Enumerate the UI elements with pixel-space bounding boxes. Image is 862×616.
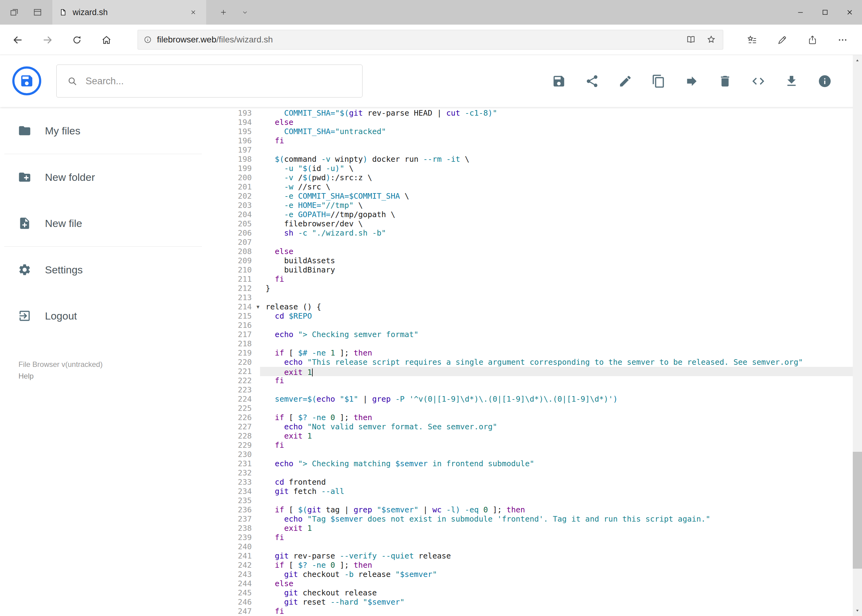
code-line-text[interactable] <box>260 450 853 459</box>
set-tabs-aside-button[interactable] <box>2 0 26 25</box>
code-line-text[interactable]: filebrowser/dev \ <box>260 219 853 228</box>
sidebar-item-new-folder[interactable]: New folder <box>0 154 216 200</box>
help-link[interactable]: Help <box>19 370 216 382</box>
code-line-text[interactable]: fi <box>260 607 853 616</box>
line-number: 198 <box>216 155 260 164</box>
code-line-text[interactable] <box>260 293 853 302</box>
forward-button[interactable] <box>33 25 62 55</box>
code-line-text[interactable]: COMMIT_SHA="untracked" <box>260 127 853 136</box>
code-line-text[interactable]: echo "> Checking matching $semver in fro… <box>260 459 853 468</box>
code-line-text[interactable]: echo "This release script requires a sin… <box>260 358 853 367</box>
code-line-text[interactable]: -e GOPATH=//tmp/gopath \ <box>260 210 853 219</box>
search-box[interactable] <box>56 64 362 97</box>
code-line-text[interactable]: if [ $? -ne 0 ]; then <box>260 561 853 570</box>
code-line-text[interactable]: exit 1 <box>260 367 853 376</box>
browser-tab[interactable]: wizard.sh <box>52 0 206 25</box>
code-line-text[interactable]: echo "Tag $semver does not exist in subm… <box>260 514 853 524</box>
code-line-text[interactable]: exit 1 <box>260 432 853 441</box>
code-line-text[interactable]: git rev-parse --verify --quiet release <box>260 552 853 561</box>
code-line-text[interactable]: } <box>260 284 853 293</box>
sidebar-item-new-file[interactable]: New file <box>0 200 216 246</box>
move-button[interactable] <box>685 74 699 88</box>
code-button[interactable] <box>751 74 765 88</box>
hub-button[interactable] <box>737 25 767 55</box>
site-info-icon[interactable] <box>143 35 152 44</box>
code-line-text[interactable] <box>260 238 853 247</box>
code-line-text[interactable]: fi <box>260 441 853 450</box>
favorite-button[interactable] <box>706 35 716 45</box>
code-line-text[interactable] <box>260 146 853 155</box>
code-line-text[interactable]: fi <box>260 533 853 542</box>
code-line-text[interactable] <box>260 404 853 413</box>
tab-previews-button[interactable] <box>26 0 49 25</box>
scrollbar[interactable] <box>853 55 862 616</box>
code-line-text[interactable]: git fetch --all <box>260 487 853 496</box>
scrollbar-thumb[interactable] <box>853 452 862 569</box>
code-line-text[interactable]: fi <box>260 275 853 284</box>
code-line-text[interactable]: if [ $(git tag | grep "$semver" | wc -l)… <box>260 505 853 514</box>
scroll-down-button[interactable] <box>853 605 862 616</box>
save-button[interactable] <box>552 74 566 88</box>
sidebar-item-settings[interactable]: Settings <box>0 247 216 293</box>
code-line-text[interactable]: $(command -v winpty) docker run --rm -it… <box>260 155 853 164</box>
code-line-text[interactable]: else <box>260 247 853 256</box>
code-line-text[interactable]: else <box>260 579 853 588</box>
code-line-text[interactable]: echo "Not valid semver format. See semve… <box>260 422 853 432</box>
home-button[interactable] <box>92 25 121 55</box>
scroll-up-button[interactable] <box>853 55 862 66</box>
copy-button[interactable] <box>651 74 666 88</box>
close-window-button[interactable] <box>837 0 862 25</box>
code-line-text[interactable]: -v /$(pwd):/src:z \ <box>260 173 853 182</box>
code-line-text[interactable] <box>260 339 853 349</box>
info-button[interactable] <box>818 74 832 88</box>
maximize-button[interactable] <box>813 0 837 25</box>
code-line-text[interactable]: sh -c "./wizard.sh -b" <box>260 228 853 238</box>
edit-button[interactable] <box>618 74 632 88</box>
minimize-button[interactable] <box>788 0 813 25</box>
delete-button[interactable] <box>718 74 732 88</box>
code-line-text[interactable]: if [ $# -ne 1 ]; then <box>260 349 853 358</box>
fold-marker-icon[interactable]: ▾ <box>256 302 259 311</box>
code-line-text[interactable]: else <box>260 118 853 127</box>
search-input[interactable] <box>85 75 362 87</box>
code-line-text[interactable] <box>260 468 853 478</box>
code-line-text[interactable]: cd $REPO <box>260 311 853 321</box>
code-line-text[interactable] <box>260 321 853 330</box>
web-note-button[interactable] <box>767 25 797 55</box>
code-line-text[interactable]: semver=$(echo "$1" | grep -P '^v(0|[1-9]… <box>260 394 853 404</box>
code-line-text[interactable]: git reset --hard "$semver" <box>260 597 853 607</box>
code-line-text[interactable]: release () { <box>260 302 853 311</box>
reading-view-button[interactable] <box>686 35 696 45</box>
refresh-button[interactable] <box>62 25 92 55</box>
code-line-text[interactable]: fi <box>260 136 853 146</box>
code-line-text[interactable] <box>260 385 853 394</box>
share-page-button[interactable] <box>797 25 827 55</box>
code-line-text[interactable]: git checkout -b release "$semver" <box>260 570 853 579</box>
code-line-text[interactable]: echo "> Checking semver format" <box>260 330 853 339</box>
new-tab-button[interactable] <box>212 0 235 25</box>
code-line-text[interactable]: -e COMMIT_SHA=$COMMIT_SHA \ <box>260 192 853 201</box>
code-editor[interactable]: 193 COMMIT_SHA="$(git rev-parse HEAD | c… <box>216 107 853 616</box>
code-line-text[interactable]: -u "$(id -u)" \ <box>260 164 853 173</box>
close-tab-button[interactable] <box>187 6 199 19</box>
code-line-text[interactable]: buildAssets <box>260 256 853 266</box>
more-options-button[interactable] <box>827 25 858 55</box>
code-line-text[interactable]: fi <box>260 376 853 385</box>
code-line-text[interactable] <box>260 496 853 505</box>
address-bar[interactable]: filebrowser.web/files/wizard.sh <box>137 30 723 50</box>
tab-list-button[interactable] <box>235 0 255 25</box>
code-line-text[interactable]: COMMIT_SHA="$(git rev-parse HEAD | cut -… <box>260 108 853 118</box>
code-line-text[interactable] <box>260 542 853 552</box>
sidebar-item-logout[interactable]: Logout <box>0 293 216 339</box>
code-line-text[interactable]: if [ $? -ne 0 ]; then <box>260 413 853 422</box>
code-line-text[interactable]: cd frontend <box>260 478 853 487</box>
share-button[interactable] <box>585 74 599 88</box>
code-line-text[interactable]: exit 1 <box>260 524 853 533</box>
sidebar-item-my-files[interactable]: My files <box>0 108 216 154</box>
code-line-text[interactable]: buildBinary <box>260 266 853 275</box>
code-line-text[interactable]: git checkout release <box>260 588 853 597</box>
download-button[interactable] <box>785 74 799 88</box>
back-button[interactable] <box>3 25 33 55</box>
code-line-text[interactable]: -e HOME="//tmp" \ <box>260 201 853 210</box>
code-line-text[interactable]: -w //src \ <box>260 182 853 192</box>
